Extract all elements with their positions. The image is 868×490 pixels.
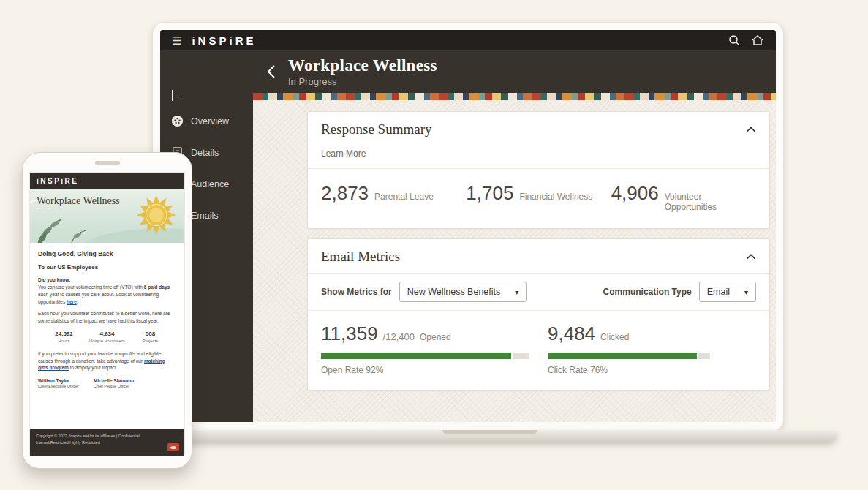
sidebar-item-label: Audience — [191, 179, 229, 189]
signature-1: William Taylor Chief Executive Officer — [38, 378, 79, 388]
page-title: Workplace Wellness — [288, 56, 437, 75]
metric-financial-wellness: 1,705 Financial Wellness — [466, 182, 611, 212]
metric-label: Parental Leave — [374, 192, 434, 202]
text: to amplify your impact. — [69, 365, 118, 370]
clicked-metric-top: 9,484 Clicked — [548, 323, 756, 345]
phone-speaker — [95, 161, 120, 165]
metric-value: 4,906 — [611, 182, 659, 205]
app-logo: iNSPiRE — [192, 34, 256, 47]
stat-hours: 24,562 Hours — [42, 331, 86, 343]
metric-value: 1,705 — [466, 182, 513, 205]
app-body: ← Overview Details — [160, 50, 776, 422]
text: You can use your volunteering time off (… — [38, 284, 144, 290]
stat-unique-volunteers: 4,634 Unique Volunteers — [86, 331, 129, 343]
laptop-screen: ☰ iNSPiRE ← Overview — [160, 30, 776, 422]
card-title: Email Metrics — [321, 249, 400, 265]
email-stats-row: 24,562 Hours 4,634 Unique Volunteers 508… — [42, 331, 172, 343]
opened-total: /12,400 — [383, 331, 415, 342]
clicked-value: 9,484 — [548, 323, 595, 345]
click-rate-progressbar — [548, 353, 710, 359]
select-value: New Wellness Benefits — [407, 287, 501, 297]
back-icon[interactable] — [266, 64, 276, 79]
collapse-chevron-icon[interactable] — [746, 253, 756, 260]
stat-value: 4,634 — [86, 331, 129, 337]
overview-icon — [170, 114, 184, 128]
footer-text: Copyright © 2022, Inspire and/or its aff… — [36, 434, 140, 445]
stat-label: Hours — [42, 339, 86, 343]
open-rate-text: Open Rate 92% — [321, 365, 548, 375]
open-rate-fill — [321, 353, 513, 359]
metric-value: 2,873 — [321, 182, 369, 205]
search-icon[interactable] — [728, 34, 741, 47]
text: If you prefer to support your favorite n… — [38, 351, 161, 363]
email-heading: Doing Good, Giving Back — [38, 250, 176, 257]
chevron-down-icon: ▾ — [515, 288, 518, 296]
show-metrics-select[interactable]: New Wellness Benefits ▾ — [399, 282, 527, 302]
sidebar-collapse-button[interactable]: ← — [160, 90, 253, 105]
opened-metric-top: 11,359 /12,400 Opened — [321, 323, 548, 345]
here-link[interactable]: here — [67, 299, 77, 304]
email-body: Doing Good, Giving Back To our US Employ… — [30, 243, 184, 429]
stat-value: 24,562 — [42, 331, 86, 337]
stat-label: Projects — [129, 339, 172, 343]
sidebar-item-label: Details — [191, 148, 219, 158]
chevron-down-icon: ▾ — [744, 288, 748, 296]
stat-projects: 508 Projects — [129, 331, 172, 343]
stat-label: Unique Volunteers — [86, 339, 129, 343]
signer-title: Chief People Officer — [94, 384, 134, 388]
email-metrics-header: Email Metrics — [308, 239, 769, 273]
page-title-block: Workplace Wellness In Progress — [288, 56, 437, 87]
email-paragraph-2: Each hour you volunteer contributes to a… — [38, 310, 176, 325]
email-kicker: Did you know: — [38, 277, 176, 282]
signature-2: Michelle Shanonn Chief People Officer — [94, 378, 134, 388]
phone-screen: iNSPiRE — [29, 172, 185, 456]
email-paragraph-3: If you prefer to support your favorite n… — [38, 350, 176, 372]
signer-name: Michelle Shanonn — [94, 378, 134, 383]
metric-volunteer-opportunities: 4,906 Volunteer Opportunities — [611, 182, 756, 212]
opened-label: Opened — [420, 332, 451, 342]
brand-badge-icon — [167, 443, 179, 451]
email-banner-illustration: Workplace Wellness — [30, 189, 184, 243]
sidebar-item-overview[interactable]: Overview — [160, 105, 253, 137]
sidebar-item-label: Emails — [191, 211, 219, 221]
response-summary-card: Response Summary Learn More 2,873 Parent… — [307, 111, 770, 229]
signer-title: Chief Executive Officer — [38, 384, 79, 388]
clicked-metric: 9,484 Clicked Click Rate 76% — [548, 323, 756, 375]
metric-label: Financial Wellness — [519, 192, 592, 202]
show-metrics-label: Show Metrics for — [321, 287, 392, 297]
email-metrics-card: Email Metrics Show Metrics for New Welln… — [307, 238, 770, 391]
sidebar-item-label: Overview — [191, 116, 229, 127]
laptop-mockup: ☰ iNSPiRE ← Overview — [152, 22, 784, 431]
main-content: Response Summary Learn More 2,873 Parent… — [253, 100, 776, 422]
clicked-label: Clicked — [600, 332, 629, 342]
click-rate-text: Click Rate 76% — [548, 365, 756, 375]
menu-icon[interactable]: ☰ — [172, 35, 181, 46]
email-bar-metrics: 11,359 /12,400 Opened Open Rate 92% — [308, 311, 769, 390]
metric-label: Volunteer Opportunities — [665, 192, 756, 212]
email-paragraph-1: You can use your volunteering time off (… — [38, 284, 176, 305]
status-text: In Progress — [288, 76, 437, 87]
content-column: Workplace Wellness In Progress Response … — [253, 50, 776, 422]
home-icon[interactable] — [751, 34, 764, 47]
decorative-mosaic-strip — [253, 93, 776, 100]
learn-more-link[interactable]: Learn More — [308, 146, 769, 169]
communication-type-group: Communication Type Email ▾ — [603, 282, 756, 302]
response-summary-header: Response Summary — [308, 112, 769, 146]
stat-value: 508 — [129, 331, 172, 337]
text: each year to causes you care about. Look… — [38, 292, 159, 304]
select-value: Email — [707, 287, 730, 297]
opened-metric: 11,359 /12,400 Opened Open Rate 92% — [321, 323, 548, 375]
email-subheading: To our US Employees — [38, 264, 176, 271]
opened-value: 11,359 — [321, 323, 378, 345]
click-rate-fill — [548, 353, 698, 359]
communication-type-select[interactable]: Email ▾ — [699, 282, 756, 302]
signer-name: William Taylor — [38, 378, 79, 383]
email-footer: Copyright © 2022, Inspire and/or its aff… — [30, 429, 184, 456]
collapse-chevron-icon[interactable] — [746, 126, 756, 133]
phone-mockup: iNSPiRE — [22, 152, 192, 469]
email-signatures: William Taylor Chief Executive Officer M… — [38, 378, 176, 388]
summary-metrics: 2,873 Parental Leave 1,705 Financial Wel… — [308, 169, 769, 228]
text: . — [77, 299, 78, 304]
collapse-icon: ← — [172, 90, 184, 101]
phone-topbar: iNSPiRE — [30, 173, 184, 189]
